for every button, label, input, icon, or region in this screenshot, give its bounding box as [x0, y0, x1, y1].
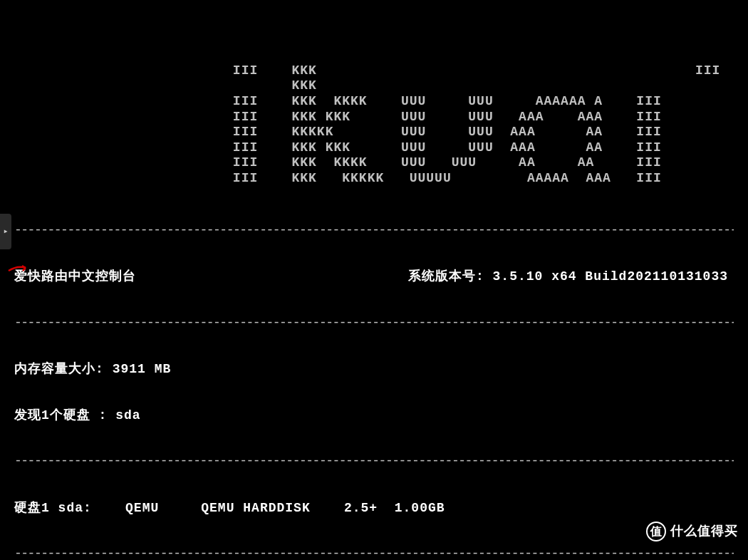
ascii-logo: III KKK III KKK III KKK KKKK UUU UUU AAA…: [14, 48, 734, 186]
divider: ----------------------------------------…: [14, 454, 734, 470]
divider: ----------------------------------------…: [14, 316, 734, 331]
memory-info: 内存容量大小: 3911 MB: [14, 362, 734, 378]
console-title: 爱快路由中文控制台: [14, 269, 136, 285]
disk-detail: 硬盘1 sda: QEMU QEMU HARDDISK 2.5+ 1.00GB: [14, 501, 734, 517]
divider: ----------------------------------------…: [14, 223, 734, 239]
version-info: 系统版本号: 3.5.10 x64 Build202110131033: [408, 269, 728, 285]
watermark-text: 什么值得买: [670, 524, 738, 539]
disk-found-info: 发现1个硬盘 : sda: [14, 408, 734, 424]
chevron-right-icon: ▸: [3, 227, 8, 237]
watermark: 值 什么值得买: [646, 522, 738, 541]
divider: ----------------------------------------…: [14, 546, 734, 560]
watermark-badge-icon: 值: [646, 522, 666, 541]
side-tab-expand[interactable]: ▸: [0, 214, 11, 249]
